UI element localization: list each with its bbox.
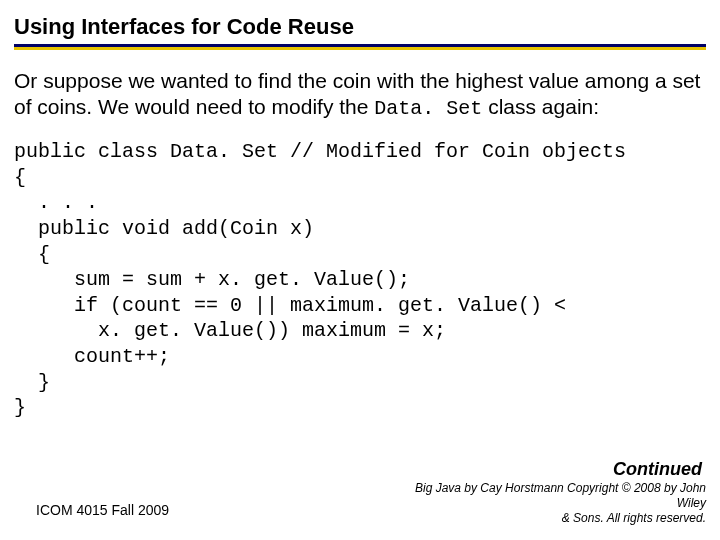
- body-paragraph: Or suppose we wanted to find the coin wi…: [14, 68, 706, 121]
- code-block: public class Data. Set // Modified for C…: [14, 139, 706, 421]
- footer-right-line2: & Sons. All rights reserved.: [562, 511, 706, 525]
- continued-label: Continued: [613, 459, 702, 480]
- paragraph-part2: class again:: [482, 95, 599, 118]
- footer-right: Big Java by Cay Horstmann Copyright © 20…: [396, 481, 706, 526]
- inline-code: Data. Set: [374, 97, 482, 120]
- footer-left: ICOM 4015 Fall 2009: [36, 502, 169, 518]
- footer-right-line1: Big Java by Cay Horstmann Copyright © 20…: [415, 481, 706, 510]
- rule-gold: [14, 47, 706, 50]
- slide-title: Using Interfaces for Code Reuse: [14, 8, 706, 44]
